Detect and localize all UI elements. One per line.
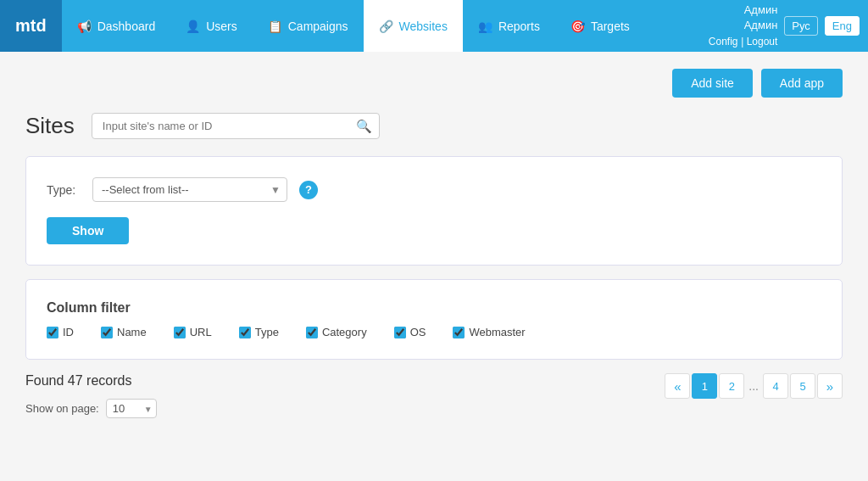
col-filter-category[interactable]: Category bbox=[306, 326, 367, 338]
pagination-next[interactable]: » bbox=[817, 373, 843, 399]
nav-item-users[interactable]: 👤 Users bbox=[170, 0, 253, 52]
show-page-row: Show on page: 10 25 50 100 ▼ bbox=[25, 399, 157, 418]
user-name-line2: Админ bbox=[709, 18, 777, 33]
show-on-page-label: Show on page: bbox=[25, 402, 99, 415]
nav-item-reports[interactable]: 👥 Reports bbox=[463, 0, 555, 52]
nav-item-campaigns[interactable]: 📋 Campaigns bbox=[253, 0, 364, 52]
nav-user: Админ Админ Config | Logout bbox=[709, 3, 777, 49]
config-link[interactable]: Config bbox=[709, 36, 738, 48]
col-label-category: Category bbox=[322, 326, 367, 338]
nav-label-targets: Targets bbox=[591, 20, 630, 33]
col-filter-type[interactable]: Type bbox=[239, 326, 279, 338]
column-filter-items: ID Name URL Type Category OS bbox=[47, 326, 821, 338]
lang-en-button[interactable]: Eng bbox=[825, 16, 860, 36]
sites-header: Sites 🔍 bbox=[25, 113, 843, 139]
col-checkbox-type[interactable] bbox=[239, 327, 251, 338]
page-title: Sites bbox=[25, 113, 75, 139]
websites-icon: 🔗 bbox=[379, 20, 393, 33]
col-filter-name[interactable]: Name bbox=[101, 326, 147, 338]
lang-ru-button[interactable]: Рус bbox=[784, 16, 818, 36]
col-filter-id[interactable]: ID bbox=[47, 326, 74, 338]
nav-label-campaigns: Campaigns bbox=[288, 20, 348, 33]
col-label-webmaster: Webmaster bbox=[469, 326, 525, 338]
col-checkbox-webmaster[interactable] bbox=[453, 327, 465, 338]
bottom-row: Found 47 records Show on page: 10 25 50 … bbox=[25, 373, 843, 418]
nav-label-reports: Reports bbox=[498, 20, 540, 33]
col-checkbox-category[interactable] bbox=[306, 327, 318, 338]
nav-right: Админ Админ Config | Logout Рус Eng bbox=[709, 0, 868, 52]
col-label-url: URL bbox=[190, 326, 212, 338]
pagination-ellipsis: ... bbox=[746, 379, 761, 393]
campaigns-icon: 📋 bbox=[268, 20, 282, 33]
help-icon[interactable]: ? bbox=[299, 181, 318, 199]
users-icon: 👤 bbox=[186, 20, 200, 33]
col-checkbox-id[interactable] bbox=[47, 327, 58, 338]
type-select[interactable]: --Select from list-- bbox=[92, 177, 287, 202]
col-filter-os[interactable]: OS bbox=[394, 326, 426, 338]
col-filter-url[interactable]: URL bbox=[174, 326, 212, 338]
col-checkbox-name[interactable] bbox=[101, 327, 113, 338]
pagination-page-4[interactable]: 4 bbox=[763, 373, 788, 399]
pagination-page-5[interactable]: 5 bbox=[790, 373, 815, 399]
logout-link[interactable]: Logout bbox=[747, 36, 778, 48]
records-found: Found 47 records bbox=[25, 373, 157, 389]
add-app-button[interactable]: Add app bbox=[761, 69, 843, 98]
reports-icon: 👥 bbox=[478, 20, 492, 33]
col-label-type: Type bbox=[255, 326, 279, 338]
user-name-line1: Админ bbox=[709, 3, 777, 18]
page-size-wrapper: 10 25 50 100 ▼ bbox=[106, 399, 157, 418]
nav-item-websites[interactable]: 🔗 Websites bbox=[364, 0, 463, 52]
add-site-button[interactable]: Add site bbox=[672, 69, 753, 98]
main-content: Add site Add app Sites 🔍 Type: --Select … bbox=[0, 52, 868, 435]
brand-logo: mtd bbox=[0, 0, 62, 52]
pagination-page-1[interactable]: 1 bbox=[692, 373, 717, 399]
bottom-left: Found 47 records Show on page: 10 25 50 … bbox=[25, 373, 157, 418]
pagination: « 1 2 ... 4 5 » bbox=[665, 373, 843, 399]
nav-label-dashboard: Dashboard bbox=[97, 20, 156, 33]
type-label: Type: bbox=[47, 183, 81, 197]
column-filter-card: Column filter ID Name URL Type Category bbox=[25, 279, 843, 360]
pagination-prev[interactable]: « bbox=[665, 373, 690, 399]
nav-items: 📢 Dashboard 👤 Users 📋 Campaigns 🔗 Websit… bbox=[62, 0, 709, 52]
pagination-page-2[interactable]: 2 bbox=[719, 373, 744, 399]
filter-card: Type: --Select from list-- ▼ ? Show bbox=[25, 156, 843, 266]
col-label-os: OS bbox=[410, 326, 426, 338]
search-box: 🔍 bbox=[92, 113, 380, 139]
col-label-id: ID bbox=[63, 326, 74, 338]
col-checkbox-os[interactable] bbox=[394, 327, 406, 338]
top-actions-row: Add site Add app bbox=[25, 69, 843, 98]
column-filter-title: Column filter bbox=[47, 300, 821, 316]
nav-label-websites: Websites bbox=[399, 20, 448, 33]
filter-row: Type: --Select from list-- ▼ ? bbox=[47, 177, 821, 202]
nav-label-users: Users bbox=[206, 20, 237, 33]
col-filter-webmaster[interactable]: Webmaster bbox=[453, 326, 525, 338]
nav-item-targets[interactable]: 🎯 Targets bbox=[555, 0, 645, 52]
type-select-wrapper: --Select from list-- ▼ bbox=[92, 177, 287, 202]
col-checkbox-url[interactable] bbox=[174, 327, 186, 338]
col-label-name: Name bbox=[117, 326, 147, 338]
search-icon: 🔍 bbox=[356, 119, 372, 134]
page-size-select[interactable]: 10 25 50 100 bbox=[106, 399, 157, 418]
navbar: mtd 📢 Dashboard 👤 Users 📋 Campaigns 🔗 We… bbox=[0, 0, 868, 52]
search-input[interactable] bbox=[99, 114, 356, 138]
targets-icon: 🎯 bbox=[570, 20, 585, 33]
dashboard-icon: 📢 bbox=[77, 20, 92, 33]
nav-item-dashboard[interactable]: 📢 Dashboard bbox=[62, 0, 171, 52]
show-button[interactable]: Show bbox=[47, 217, 129, 244]
